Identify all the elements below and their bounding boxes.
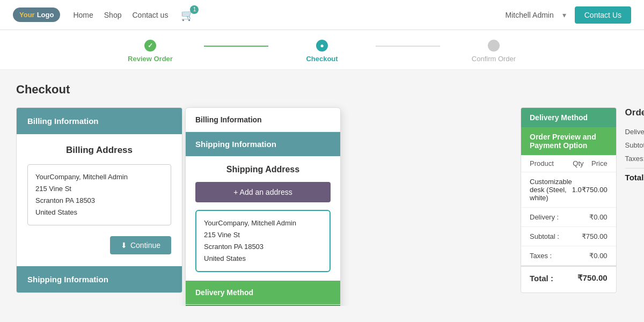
total-value: ₹750.00 xyxy=(577,273,608,283)
summary-delivery-row: Delivery: ₹ 0.00 xyxy=(625,128,644,136)
ship-company: YourCompany, Mitchell Admin xyxy=(204,217,322,229)
overlay-billing-info[interactable]: Billing Information xyxy=(186,108,340,132)
overlay-shipping-title-header[interactable]: Shipping Information xyxy=(186,132,340,156)
taxes-value: ₹0.00 xyxy=(581,252,607,260)
taxes-label: Taxes : xyxy=(530,252,581,260)
step-circle-done: ✓ xyxy=(144,40,156,52)
continue-label: Continue xyxy=(130,241,160,250)
summary-delivery-label: Delivery: xyxy=(625,128,644,136)
nav-links: Home Shop Contact us xyxy=(73,11,168,19)
product-name: Customizable desk (Steel, white) xyxy=(530,178,572,202)
delivery-label: Delivery : xyxy=(530,213,581,221)
order-col-header: Product Qty Price xyxy=(521,155,616,172)
summary-subtotal-row: Subtotal: ₹ 750.00 xyxy=(625,141,644,149)
stepper: ✓ Review Order ● Checkout Confirm Order xyxy=(0,30,644,70)
step-line-2 xyxy=(376,46,440,47)
order-total-row: Total : ₹750.00 xyxy=(521,266,616,289)
logo-your: Your xyxy=(19,11,35,19)
left-panel: Billing Information Billing Address Your… xyxy=(16,107,182,293)
step-label-checkout: Checkout xyxy=(306,55,338,63)
nav-right: Mitchell Admin ▾ Contact Us xyxy=(505,6,631,24)
step-circle-inactive xyxy=(488,40,500,52)
subtotal-value: ₹750.00 xyxy=(581,232,607,240)
contact-us-button[interactable]: Contact Us xyxy=(575,6,631,24)
delivery-method-item[interactable]: Delivery Method xyxy=(186,281,340,304)
summary-taxes-row: Taxes: ₹ 0.00 xyxy=(625,155,644,163)
nav-home[interactable]: Home xyxy=(73,11,93,19)
billing-city: Scranton PA 18503 xyxy=(35,195,163,207)
delivery-method-label: Delivery Method xyxy=(195,288,253,297)
order-preview-item[interactable]: Order Preview and Payment Option xyxy=(186,305,340,306)
product-price: ₹750.00 xyxy=(582,186,608,194)
step-label-confirm: Confirm Order xyxy=(472,55,516,63)
order-subtotal-row: Subtotal : ₹750.00 xyxy=(521,227,616,246)
nav-left: YourLogo Home Shop Contact us 🛒 1 xyxy=(13,8,194,22)
delivery-value: ₹0.00 xyxy=(581,213,607,221)
summary-total-row: Total: ₹ 750.00 xyxy=(625,173,644,182)
overlay-panel: Billing Information Shipping Information… xyxy=(185,107,341,306)
shipping-info-section[interactable]: Shipping Information xyxy=(17,266,182,292)
order-table-order-header: Order Preview and Payment Option xyxy=(521,127,616,155)
summary-title: Order Total xyxy=(625,107,644,118)
billing-content: Billing Address YourCompany, Mitchell Ad… xyxy=(17,134,182,265)
step-checkout[interactable]: ● Checkout xyxy=(268,40,376,63)
shipping-address-box: YourCompany, Mitchell Admin 215 Vine St … xyxy=(195,210,331,272)
billing-address-title: Billing Address xyxy=(27,145,171,156)
page-title: Checkout xyxy=(16,83,628,97)
step-review-order[interactable]: ✓ Review Order xyxy=(97,40,204,63)
summary-subtotal-label: Subtotal: xyxy=(625,141,644,149)
summary-total-label: Total: xyxy=(625,173,644,182)
cart-badge: 1 xyxy=(190,5,199,14)
ship-street: 215 Vine St xyxy=(204,229,322,241)
ship-country: United States xyxy=(204,253,322,265)
billing-address-box: YourCompany, Mitchell Admin 215 Vine St … xyxy=(27,164,171,225)
overlay-shipping-content: Shipping Address + Add an address YourCo… xyxy=(186,156,340,281)
col-price: Price xyxy=(588,159,607,167)
order-delivery-row: Delivery : ₹0.00 xyxy=(521,208,616,227)
billing-country: United States xyxy=(35,207,163,218)
navbar: YourLogo Home Shop Contact us 🛒 1 Mitche… xyxy=(0,0,644,30)
clearfix: ⬇ Continue xyxy=(27,236,171,254)
delivery-arrow-icon xyxy=(340,287,341,298)
subtotal-label: Subtotal : xyxy=(530,232,581,240)
admin-chevron-icon: ▾ xyxy=(562,11,566,19)
shipping-address-title: Shipping Address xyxy=(195,165,331,174)
order-table-delivery-header: Delivery Method xyxy=(521,108,616,127)
order-product-row: Customizable desk (Steel, white) 1.0 ₹75… xyxy=(521,172,616,208)
step-circle-active: ● xyxy=(316,40,328,52)
billing-street: 215 Vine St xyxy=(35,183,163,195)
admin-label[interactable]: Mitchell Admin xyxy=(505,11,553,19)
nav-shop[interactable]: Shop xyxy=(104,11,122,19)
add-address-button[interactable]: + Add an address xyxy=(195,182,331,202)
promo-code-link[interactable]: I have a promo code xyxy=(625,188,644,196)
total-label: Total : xyxy=(530,274,553,283)
step-line-1 xyxy=(204,46,268,47)
order-table-panel: Delivery Method Order Preview and Paymen… xyxy=(521,107,617,293)
step-label-review: Review Order xyxy=(128,55,173,63)
col-product: Product xyxy=(530,159,568,167)
cart-icon[interactable]: 🛒 1 xyxy=(181,9,194,21)
product-qty: 1.0 xyxy=(572,186,582,194)
logo[interactable]: YourLogo xyxy=(13,8,60,22)
continue-button[interactable]: ⬇ Continue xyxy=(110,236,171,254)
summary-panel: Order Total Delivery: ₹ 0.00 Subtotal: ₹… xyxy=(617,107,644,293)
col-qty: Qty xyxy=(568,159,588,167)
billing-company: YourCompany, Mitchell Admin xyxy=(35,171,163,183)
download-icon: ⬇ xyxy=(121,241,127,250)
step-confirm-order[interactable]: Confirm Order xyxy=(440,40,547,63)
summary-taxes-label: Taxes: xyxy=(625,155,644,163)
nav-contact[interactable]: Contact us xyxy=(132,11,168,19)
delivery-method-header-label: Delivery Method xyxy=(530,113,588,122)
main-layout: Billing Information Billing Address Your… xyxy=(16,107,628,293)
order-taxes-row: Taxes : ₹0.00 xyxy=(521,246,616,266)
page-content: Checkout Billing Information Billing Add… xyxy=(0,70,644,306)
billing-info-section[interactable]: Billing Information xyxy=(17,108,182,134)
ship-city: Scranton PA 18503 xyxy=(204,241,322,253)
